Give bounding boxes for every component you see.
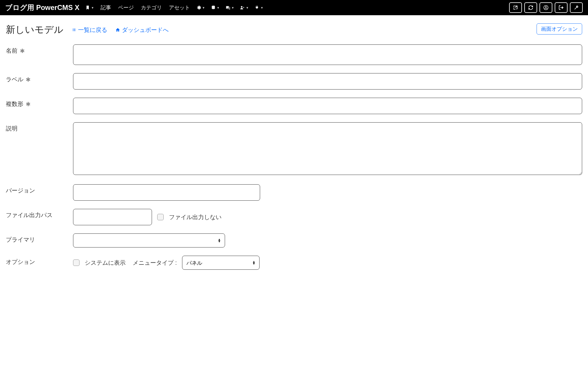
label-description-text: 説明: [6, 125, 18, 133]
row-options: オプション システムに表示 メニュータイプ : パネル ▲▼: [6, 256, 582, 270]
label-label: ラベル ✱: [6, 73, 73, 83]
brand-title[interactable]: ブログ用 PowerCMS X: [5, 3, 79, 12]
label-options-text: オプション: [6, 258, 35, 266]
user-circle-icon: [543, 5, 549, 10]
row-name: 名前 ✱: [6, 44, 582, 65]
label-version: バージョン: [6, 184, 73, 195]
primary-select[interactable]: [73, 233, 225, 247]
nav-item-categories[interactable]: カテゴリ: [139, 2, 164, 13]
caret-down-icon: ▼: [231, 6, 234, 9]
plug-icon: [255, 5, 259, 10]
nav-users-dropdown[interactable]: ▼: [238, 4, 250, 12]
sign-out-icon: [558, 5, 564, 10]
gear-icon: [196, 5, 201, 10]
label-output-path: ファイル出力パス: [6, 209, 73, 219]
dashboard-link[interactable]: ダッシュボードへ: [115, 26, 169, 34]
page-title: 新しいモデル: [6, 23, 63, 36]
svg-point-1: [241, 6, 243, 8]
row-description: 説明: [6, 122, 582, 176]
back-to-list-label: 一覧に戻る: [78, 26, 107, 34]
bookmark-icon: [85, 5, 90, 10]
back-to-list-link[interactable]: 一覧に戻る: [72, 26, 107, 34]
svg-point-3: [545, 6, 547, 8]
label-output-path-text: ファイル出力パス: [6, 211, 53, 219]
row-output-path: ファイル出力パス ファイル出力しない: [6, 209, 582, 225]
version-input[interactable]: [73, 184, 260, 201]
caret-down-icon: ▼: [217, 6, 220, 9]
home-icon: [115, 27, 120, 32]
open-site-button[interactable]: [509, 2, 522, 13]
caret-down-icon: ▼: [260, 6, 263, 9]
top-navbar: ブログ用 PowerCMS X ▼ 記事 ページ カテゴリ アセット ▼ ▼ ▼…: [0, 0, 588, 15]
no-output-checkbox[interactable]: [157, 214, 164, 220]
nav-plugins-dropdown[interactable]: ▼: [253, 4, 265, 12]
label-name: 名前 ✱: [6, 44, 73, 55]
label-plural-text: 複数形: [6, 100, 23, 108]
external-link-icon: [513, 5, 518, 10]
nav-item-pages[interactable]: ページ: [116, 2, 136, 13]
refresh-icon: [528, 5, 533, 10]
menu-type-select[interactable]: パネル: [182, 256, 260, 270]
page-header: 新しいモデル 一覧に戻る ダッシュボードへ 画面オプション: [6, 23, 582, 36]
list-icon: [72, 27, 76, 32]
label-primary-text: プライマリ: [6, 236, 35, 244]
label-plural: 複数形 ✱: [6, 98, 73, 108]
wrench-icon: [574, 5, 579, 10]
label-version-text: バージョン: [6, 187, 35, 195]
tools-button[interactable]: [570, 2, 583, 13]
page-container: 新しいモデル 一覧に戻る ダッシュボードへ 画面オプション 名前 ✱ ラベル ✱: [0, 15, 588, 281]
row-version: バージョン: [6, 184, 582, 201]
caret-down-icon: ▼: [202, 6, 205, 9]
navbar-right: [509, 2, 583, 13]
required-icon: ✱: [20, 47, 25, 54]
profile-button[interactable]: [539, 2, 552, 13]
caret-down-icon: ▼: [91, 6, 94, 9]
nav-item-assets[interactable]: アセット: [167, 2, 192, 13]
no-output-label: ファイル出力しない: [169, 213, 222, 221]
screen-options-button[interactable]: 画面オプション: [537, 23, 582, 35]
show-in-system-label: システムに表示: [85, 259, 126, 267]
navbar-left: ブログ用 PowerCMS X ▼ 記事 ページ カテゴリ アセット ▼ ▼ ▼…: [5, 2, 265, 13]
dashboard-link-label: ダッシュボードへ: [122, 26, 169, 34]
label-options: オプション: [6, 256, 73, 266]
caret-down-icon: ▼: [246, 6, 249, 9]
required-icon: ✱: [26, 101, 31, 108]
nav-bookmarks-dropdown[interactable]: ▼: [84, 4, 96, 12]
show-in-system-checkbox[interactable]: [73, 259, 79, 266]
logout-button[interactable]: [555, 2, 568, 13]
user-plus-icon: [240, 5, 245, 10]
rebuild-button[interactable]: [524, 2, 537, 13]
nav-settings-dropdown[interactable]: ▼: [195, 4, 207, 12]
nav-item-entries[interactable]: 記事: [98, 2, 113, 13]
row-label: ラベル ✱: [6, 73, 582, 90]
menu-type-label: メニュータイプ :: [133, 259, 177, 267]
label-description: 説明: [6, 122, 73, 133]
label-label-text: ラベル: [6, 75, 23, 83]
plural-input[interactable]: [73, 98, 582, 114]
row-primary: プライマリ ▲▼: [6, 233, 582, 247]
database-icon: [211, 5, 216, 10]
nav-comments-dropdown[interactable]: ▼: [224, 4, 236, 12]
label-name-text: 名前: [6, 47, 18, 55]
description-textarea[interactable]: [73, 122, 582, 175]
row-plural: 複数形 ✱: [6, 98, 582, 114]
label-primary: プライマリ: [6, 233, 73, 244]
label-input[interactable]: [73, 73, 582, 90]
required-icon: ✱: [26, 76, 31, 83]
output-path-input[interactable]: [73, 209, 152, 225]
comments-icon: [225, 5, 230, 10]
nav-database-dropdown[interactable]: ▼: [209, 4, 222, 12]
name-input[interactable]: [73, 44, 582, 65]
